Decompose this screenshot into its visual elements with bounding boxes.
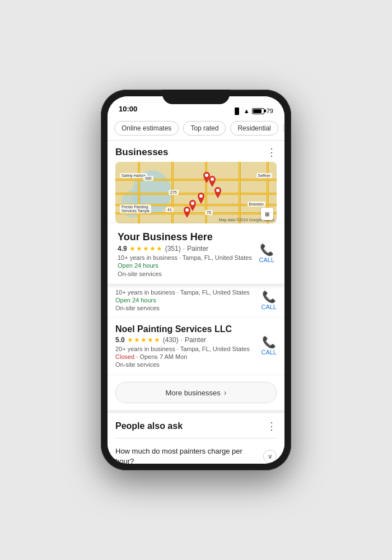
filter-residential[interactable]: Residential [230,121,278,136]
svg-point-1 [211,178,214,181]
svg-point-2 [199,194,203,198]
paa-header: People also ask ⋮ [115,420,277,432]
map-pin-5[interactable] [183,207,192,218]
businesses-title: Businesses [115,147,169,158]
business2-call-icon: 📞 [262,337,276,348]
partial-call-button[interactable]: 📞 CALL [261,291,277,310]
business2-services: On-site services [115,361,277,368]
paa-chevron-icon-0: ∨ [268,452,273,460]
map-pin-2[interactable] [208,176,217,187]
business2-details: 20+ years in business · Tampa, FL, Unite… [115,346,277,352]
business2-location: Tampa, FL, United States [180,346,250,352]
paa-question-0: How much do most painters charge per hou… [115,446,263,464]
featured-years: 10+ years in business [118,254,178,261]
featured-review-count: (351) [165,245,181,253]
featured-open-status-row: Open 24 hours [118,262,274,269]
partial-call-icon: 📞 [262,291,276,302]
paa-more-options[interactable]: ⋮ [267,420,277,432]
map-container[interactable]: Safety Harbor Seffner Brandon Presto Pai… [115,162,277,223]
map-pin-3[interactable] [197,193,206,204]
map-label-brandon: Brandon [248,202,265,207]
phone-frame: 10:00 ▐▌ ▲ 79 Online estimates Top rated… [101,90,291,470]
business2-type: Painter [185,336,206,344]
filter-online-estimates[interactable]: Online estimates [114,121,179,136]
featured-business-type: Painter [187,245,208,253]
battery-icon [252,108,264,114]
business2-rating-row: 5.0 ★★★★★ (430) · Painter [115,336,277,344]
featured-rating-row: 4.9 ★★★★★ (351) · Painter [118,245,274,253]
business2-call-button[interactable]: 📞 CALL [261,337,277,356]
map-label-275: 275 [169,190,179,195]
business2-stars: ★★★★★ [127,336,161,344]
status-icons: ▐▌ ▲ 79 [232,108,273,114]
business2-name: Noel Painting Services LLC [115,324,277,334]
business2-years: 20+ years in business [115,346,175,352]
map-pin-6[interactable] [213,187,222,198]
featured-stars: ★★★★★ [129,245,163,253]
signal-icon: ▐▌ [232,108,241,114]
featured-rating-number: 4.9 [118,245,127,253]
map-label-580: 580 [143,176,153,181]
more-businesses-chevron: › [224,388,227,397]
screen-content: Online estimates Top rated Residential R… [108,116,284,464]
partial-services: On-site services [115,305,277,311]
people-also-ask-section: People also ask ⋮ How much do most paint… [108,413,284,464]
businesses-header: Businesses ⋮ [108,141,284,162]
svg-point-3 [191,202,194,205]
business2-closed-status: Closed [115,353,134,360]
business2-review-count: (430) [163,336,179,344]
paa-title: People also ask [115,421,183,431]
more-businesses-label: More businesses [166,389,221,397]
more-businesses-button[interactable]: More businesses › [115,382,277,403]
partial-call-label: CALL [261,304,277,310]
business2-rating: 5.0 [115,336,125,344]
svg-point-4 [185,208,189,212]
map-label-presto: Presto PaintingServices Tampa [120,204,151,213]
map-label-75: 75 [205,210,213,215]
featured-call-label: CALL [259,256,274,263]
featured-business-details: 10+ years in business · Tampa, FL, Unite… [118,254,274,261]
partial-years: 10+ years in business [115,289,175,296]
wifi-icon: ▲ [244,108,250,114]
map-background: Safety Harbor Seffner Brandon Presto Pai… [115,162,277,223]
paa-chevron-0[interactable]: ∨ [263,450,277,463]
map-label-41: 41 [166,207,174,212]
filter-bar[interactable]: Online estimates Top rated Residential R… [108,116,284,141]
featured-call-button[interactable]: 📞 CALL [259,244,274,263]
filter-reviews[interactable]: Reviews [283,121,284,136]
map-road-v4 [239,162,241,223]
svg-point-5 [216,189,220,192]
dot-sep-1: · [183,245,185,253]
businesses-more-options[interactable]: ⋮ [267,146,277,158]
business2-call-label: CALL [261,349,277,356]
featured-services: On-site services [118,270,274,277]
battery-level: 79 [267,108,273,114]
status-time: 10:00 [119,105,137,114]
partial-business-card: 10+ years in business · Tampa, FL, Unite… [108,284,284,318]
partial-open-row: Open 24 hours [115,297,277,304]
phone-screen: 10:00 ▐▌ ▲ 79 Online estimates Top rated… [108,96,284,464]
map-road-v1 [138,162,140,223]
featured-business-name: Your Business Here [118,231,274,243]
featured-location: Tampa, FL, United States [183,254,252,261]
business2-opens-info: Opens 7 AM Mon [139,353,187,360]
business2-card: Noel Painting Services LLC 5.0 ★★★★★ (43… [108,318,284,375]
partial-open-status: Open 24 hours [115,297,156,304]
featured-business-card: Your Business Here 4.9 ★★★★★ (351) · Pai… [108,223,284,284]
partial-location: Tampa, FL, United States [180,289,250,296]
business2-status-row: Closed · Opens 7 AM Mon [115,353,277,360]
map-layers-button[interactable]: ⊞ [261,208,273,220]
partial-years-location: 10+ years in business · Tampa, FL, Unite… [115,289,277,296]
featured-open-status: Open 24 hours [118,262,158,269]
map-label-seffner: Seffner [256,173,272,178]
featured-call-icon: 📞 [260,244,274,255]
filter-top-rated[interactable]: Top rated [183,121,226,136]
paa-item-0[interactable]: How much do most painters charge per hou… [115,438,277,464]
phone-notch [162,90,230,104]
